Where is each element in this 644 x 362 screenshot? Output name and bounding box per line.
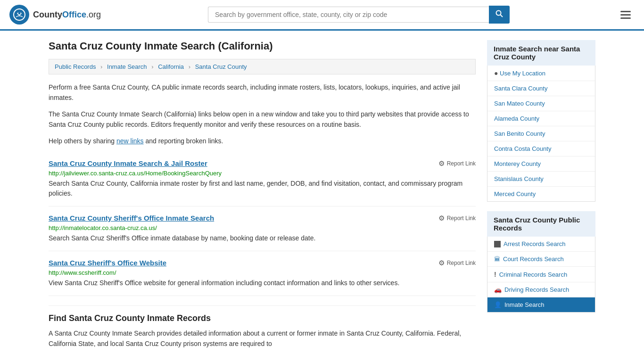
main-container: Santa Cruz County Inmate Search (Califor… bbox=[39, 31, 605, 359]
nearby-section: Inmate Search near Santa Cruz County ● U… bbox=[487, 40, 595, 202]
nearby-alameda-link[interactable]: Alameda County bbox=[487, 111, 595, 126]
nearby-santa-clara[interactable]: Santa Clara County bbox=[487, 81, 595, 96]
report-icon-0: ⚙ bbox=[438, 159, 445, 168]
result-title-0[interactable]: Santa Cruz County Inmate Search & Jail R… bbox=[49, 159, 207, 167]
intro-paragraph-1: Perform a free Santa Cruz County, CA pub… bbox=[49, 82, 476, 103]
nearby-list: ● Use My Location Santa Clara County San… bbox=[487, 66, 595, 202]
court-records-link[interactable]: 🏛 Court Records Search bbox=[487, 252, 595, 266]
report-link-btn-0[interactable]: ⚙ Report Link bbox=[438, 159, 476, 168]
nearby-merced-link[interactable]: Merced County bbox=[487, 187, 595, 201]
nearby-stanislaus[interactable]: Stanislaus County bbox=[487, 172, 595, 187]
breadcrumb: Public Records › Inmate Search › Califor… bbox=[49, 59, 476, 74]
nearby-merced[interactable]: Merced County bbox=[487, 187, 595, 201]
new-links-link[interactable]: new links bbox=[116, 137, 144, 145]
nearby-san-benito-link[interactable]: San Benito County bbox=[487, 126, 595, 141]
report-link-label-0: Report Link bbox=[447, 160, 476, 167]
location-dot-icon: ● bbox=[494, 69, 498, 77]
nearby-heading: Inmate Search near Santa Cruz County bbox=[487, 40, 595, 66]
public-records-list: Arrest Records Search 🏛 Court Records Se… bbox=[487, 237, 595, 313]
nearby-san-benito[interactable]: San Benito County bbox=[487, 126, 595, 141]
logo-icon bbox=[9, 5, 29, 25]
result-item-0: Santa Cruz County Inmate Search & Jail R… bbox=[49, 152, 476, 206]
nearby-san-mateo-link[interactable]: San Mateo County bbox=[487, 96, 595, 111]
result-title-2[interactable]: Santa Cruz Sheriff's Office Website bbox=[49, 259, 166, 267]
result-url-1[interactable]: http://inmatelocator.co.santa-cruz.ca.us… bbox=[49, 224, 476, 231]
result-desc-1: Search Santa Cruz Sheriff's Office inmat… bbox=[49, 233, 476, 243]
nearby-santa-clara-link[interactable]: Santa Clara County bbox=[487, 81, 595, 96]
search-bar bbox=[208, 6, 510, 24]
nearby-stanislaus-link[interactable]: Stanislaus County bbox=[487, 172, 595, 186]
inmate-search-item[interactable]: 👤 Inmate Search bbox=[487, 297, 595, 312]
result-url-0[interactable]: http://jailviewer.co.santa-cruz.ca.us/Ho… bbox=[49, 170, 476, 177]
search-input[interactable] bbox=[208, 7, 489, 23]
find-section-title: Find Santa Cruz County Inmate Records bbox=[49, 305, 476, 323]
logo-text: CountyOffice.org bbox=[33, 10, 101, 20]
driving-records-item[interactable]: 🚗 Driving Records Search bbox=[487, 282, 595, 297]
breadcrumb-inmate-search[interactable]: Inmate Search bbox=[107, 63, 147, 70]
intro-paragraph-3: Help others by sharing new links and rep… bbox=[49, 136, 476, 146]
public-records-heading: Santa Cruz County Public Records bbox=[487, 211, 595, 237]
breadcrumb-santa-cruz-county[interactable]: Santa Cruz County bbox=[195, 63, 247, 70]
result-desc-2: View Santa Cruz Sheriff's Office website… bbox=[49, 278, 476, 288]
report-icon-2: ⚙ bbox=[438, 259, 445, 267]
nearby-monterey[interactable]: Monterey County bbox=[487, 156, 595, 172]
result-url-2[interactable]: http://www.scsheriff.com/ bbox=[49, 269, 476, 276]
report-link-btn-2[interactable]: ⚙ Report Link bbox=[438, 259, 476, 267]
result-desc-0: Search Santa Cruz County, California inm… bbox=[49, 179, 476, 198]
breadcrumb-california[interactable]: California bbox=[158, 63, 184, 70]
nearby-monterey-link[interactable]: Monterey County bbox=[487, 156, 595, 171]
svg-point-2 bbox=[496, 11, 501, 16]
logo-area: CountyOffice.org bbox=[9, 5, 101, 25]
arrest-records-item[interactable]: Arrest Records Search bbox=[487, 237, 595, 252]
report-icon-1: ⚙ bbox=[438, 214, 445, 222]
breadcrumb-public-records[interactable]: Public Records bbox=[55, 63, 96, 70]
sidebar: Inmate Search near Santa Cruz County ● U… bbox=[487, 40, 595, 349]
inmate-search-link[interactable]: 👤 Inmate Search bbox=[487, 297, 595, 312]
result-item-1: Santa Cruz County Sheriff's Office Inmat… bbox=[49, 206, 476, 251]
page-title: Santa Cruz County Inmate Search (Califor… bbox=[49, 40, 476, 52]
person-icon: 👤 bbox=[494, 301, 502, 308]
find-section: Find Santa Cruz County Inmate Records A … bbox=[49, 305, 476, 349]
hamburger-menu-button[interactable] bbox=[617, 9, 635, 21]
result-title-1[interactable]: Santa Cruz County Sheriff's Office Inmat… bbox=[49, 214, 214, 222]
intro-paragraph-2: The Santa Cruz County Inmate Search (Cal… bbox=[49, 109, 476, 130]
nearby-alameda[interactable]: Alameda County bbox=[487, 111, 595, 126]
car-icon: 🚗 bbox=[494, 286, 502, 293]
results-list: Santa Cruz County Inmate Search & Jail R… bbox=[49, 152, 476, 296]
nearby-contra-costa-link[interactable]: Contra Costa County bbox=[487, 141, 595, 156]
report-link-btn-1[interactable]: ⚙ Report Link bbox=[438, 214, 476, 222]
building-icon: 🏛 bbox=[494, 255, 500, 263]
criminal-records-item[interactable]: ! Criminal Records Search bbox=[487, 267, 595, 282]
result-item-2: Santa Cruz Sheriff's Office Website ⚙ Re… bbox=[49, 251, 476, 296]
report-link-label-2: Report Link bbox=[447, 260, 476, 266]
square-icon bbox=[494, 241, 501, 247]
nearby-contra-costa[interactable]: Contra Costa County bbox=[487, 141, 595, 156]
criminal-records-link[interactable]: ! Criminal Records Search bbox=[487, 267, 595, 282]
svg-point-1 bbox=[18, 12, 21, 15]
use-location-link[interactable]: ● Use My Location bbox=[487, 66, 595, 81]
arrest-records-link[interactable]: Arrest Records Search bbox=[487, 237, 595, 251]
search-button[interactable] bbox=[489, 6, 510, 24]
nearby-san-mateo[interactable]: San Mateo County bbox=[487, 96, 595, 111]
use-location-item[interactable]: ● Use My Location bbox=[487, 66, 595, 81]
find-section-body: A Santa Cruz County Inmate Search provid… bbox=[49, 328, 476, 349]
svg-line-3 bbox=[501, 15, 503, 17]
content-area: Santa Cruz County Inmate Search (Califor… bbox=[49, 40, 476, 349]
court-records-item[interactable]: 🏛 Court Records Search bbox=[487, 252, 595, 267]
driving-records-link[interactable]: 🚗 Driving Records Search bbox=[487, 282, 595, 297]
report-link-label-1: Report Link bbox=[447, 215, 476, 222]
public-records-section: Santa Cruz County Public Records Arrest … bbox=[487, 211, 595, 313]
site-header: CountyOffice.org bbox=[0, 0, 644, 31]
exclamation-icon: ! bbox=[494, 271, 496, 278]
